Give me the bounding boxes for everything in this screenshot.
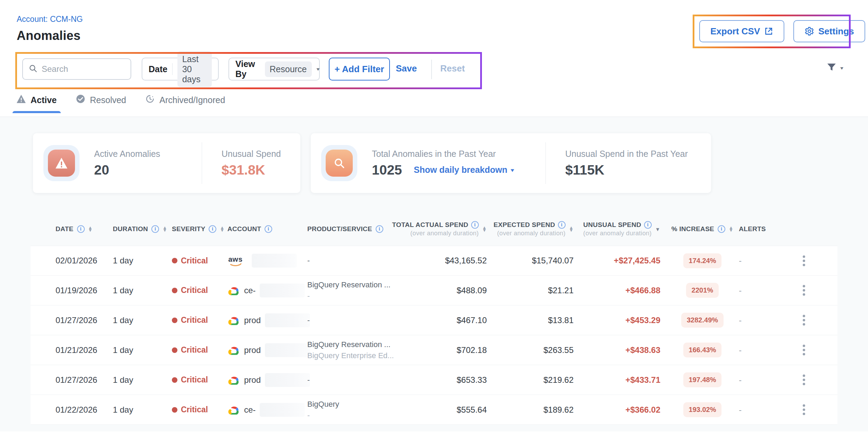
percent-increase-badge: 166.43%	[683, 343, 722, 357]
sort-icon[interactable]: ▲▼	[729, 226, 733, 232]
cell-percent-increase: 174.24%	[666, 253, 739, 268]
column-label: DATE	[56, 225, 74, 233]
row-menu-kebab-icon[interactable]	[800, 372, 808, 388]
info-icon[interactable]: i	[376, 225, 383, 233]
cell-unusual-spend: +$27,425.45	[579, 256, 666, 265]
active-anomalies-label: Active Anomalies	[94, 149, 202, 159]
show-daily-breakdown-link[interactable]: Show daily breakdown ▾	[414, 165, 514, 175]
info-icon[interactable]: i	[644, 221, 652, 229]
cell-row-menu	[774, 402, 837, 418]
column-subtitle: (over anomaly duration)	[583, 230, 652, 237]
cell-date: 01/27/2026	[31, 315, 113, 325]
row-menu-kebab-icon[interactable]	[800, 402, 808, 418]
table-row[interactable]: 01/22/2026 1 day Critical aws	[31, 395, 837, 425]
cell-account: aws prod	[227, 313, 307, 327]
column-header-expected-spend[interactable]: EXPECTED SPENDi (over anomaly duration) …	[492, 221, 579, 237]
tab-archived-ignored[interactable]: Archived/Ignored	[145, 94, 225, 113]
save-filter-link[interactable]: Save	[396, 63, 417, 74]
info-icon[interactable]: i	[209, 225, 216, 233]
redacted-account-name	[252, 254, 297, 268]
column-label: % INCREASE	[671, 225, 714, 233]
cell-product-service: BigQuery -	[307, 400, 426, 420]
total-anomalies-year-label: Total Anomalies in the Past Year	[372, 149, 545, 159]
cell-account: aws	[227, 254, 307, 268]
cell-severity: Critical	[172, 256, 227, 265]
table-row[interactable]: 01/21/2026 1 day Critical aws	[31, 335, 837, 365]
column-header-unusual-spend[interactable]: UNUSUAL SPENDi (over anomaly duration) ▼	[579, 221, 666, 237]
cell-severity: Critical	[172, 315, 227, 325]
gcp-logo-icon	[227, 375, 240, 385]
cell-alerts: -	[739, 345, 774, 355]
past-year-card: Total Anomalies in the Past Year 1025 Sh…	[311, 133, 711, 193]
column-header-actual-spend[interactable]: TOTAL ACTUAL SPENDi (over anomaly durati…	[426, 221, 492, 237]
sort-icon[interactable]: ▲▼	[162, 226, 167, 232]
cell-duration: 1 day	[113, 315, 172, 325]
sort-icon[interactable]: ▲▼	[569, 226, 574, 232]
cell-account: aws prod	[227, 373, 307, 387]
row-menu-kebab-icon[interactable]	[800, 312, 808, 328]
column-header-account[interactable]: ACCOUNT i	[227, 225, 307, 233]
sort-icon[interactable]: ▲▼	[482, 226, 487, 232]
view-by-value: Resource	[265, 61, 312, 77]
redacted-account-name	[265, 373, 310, 387]
warning-triangle-icon	[17, 95, 26, 105]
column-label: ALERTS	[739, 225, 766, 233]
filter-bar: Date Last 30 days View By Resource ▾ + A…	[0, 52, 868, 90]
redacted-account-name	[265, 343, 310, 357]
cell-actual-spend: $555.64	[426, 405, 492, 415]
cell-product-service: BigQuery Reservation ... BigQuery Enterp…	[307, 340, 426, 360]
column-label: PRODUCT/SERVICE	[307, 225, 372, 233]
row-menu-kebab-icon[interactable]	[800, 342, 808, 358]
gcp-logo-icon	[227, 285, 240, 296]
column-subtitle: (over anomaly duration)	[497, 230, 566, 237]
percent-increase-badge: 2201%	[686, 283, 719, 298]
info-icon[interactable]: i	[558, 221, 566, 229]
info-icon[interactable]: i	[77, 225, 85, 233]
cell-product-service: -	[307, 316, 426, 325]
cell-duration: 1 day	[113, 286, 172, 295]
tab-active[interactable]: Active	[17, 94, 57, 113]
date-filter-chip[interactable]: Date Last 30 days	[142, 58, 219, 81]
info-icon[interactable]: i	[151, 225, 159, 233]
cell-alerts: -	[739, 315, 774, 325]
view-by-dropdown[interactable]: View By Resource ▾	[228, 58, 320, 81]
cell-product-service: -	[307, 376, 426, 385]
export-csv-button[interactable]: Export CSV	[699, 20, 784, 42]
info-icon[interactable]: i	[718, 225, 725, 233]
info-icon[interactable]: i	[471, 221, 479, 229]
percent-increase-badge: 174.24%	[683, 253, 722, 268]
sort-icon[interactable]: ▲▼	[88, 226, 93, 232]
cell-expected-spend: $219.62	[492, 375, 579, 385]
anomaly-alert-icon	[48, 150, 75, 177]
cell-expected-spend: $15,740.07	[492, 256, 579, 265]
table-row[interactable]: 02/01/2026 1 day Critical aws	[31, 246, 837, 276]
column-label: TOTAL ACTUAL SPEND	[392, 221, 468, 229]
search-box[interactable]	[22, 58, 131, 80]
cell-alerts: -	[739, 286, 774, 295]
unusual-spend-value: $31.8K	[222, 162, 281, 178]
table-row[interactable]: 01/27/2026 1 day Critical aws	[31, 365, 837, 395]
cell-actual-spend: $653.33	[426, 375, 492, 385]
column-header-date[interactable]: DATE i ▲▼	[31, 225, 113, 233]
row-menu-kebab-icon[interactable]	[800, 282, 808, 298]
row-menu-kebab-icon[interactable]	[800, 253, 808, 269]
view-by-label: View By	[235, 59, 255, 79]
gcp-logo-icon	[227, 315, 240, 326]
tab-resolved[interactable]: Resolved	[76, 94, 126, 113]
date-filter-value: Last 30 days	[177, 51, 212, 87]
reset-filter-link[interactable]: Reset	[440, 63, 465, 74]
table-row[interactable]: 01/27/2026 1 day Critical aws	[31, 305, 837, 335]
sort-icon[interactable]: ▲▼	[220, 226, 224, 232]
filter-panel-toggle[interactable]: ▾	[826, 62, 843, 74]
search-input[interactable]	[42, 64, 122, 74]
column-header-increase[interactable]: % INCREASE i ▲▼	[666, 225, 739, 233]
percent-increase-badge: 193.02%	[683, 402, 722, 417]
table-row[interactable]: 01/19/2026 1 day Critical aws	[31, 276, 837, 305]
add-filter-button[interactable]: + Add Filter	[329, 58, 390, 81]
info-icon[interactable]: i	[265, 225, 272, 233]
settings-button[interactable]: Settings	[793, 20, 865, 42]
column-header-duration[interactable]: DURATION i ▲▼	[113, 225, 172, 233]
sort-descending-icon[interactable]: ▼	[655, 226, 660, 232]
column-header-severity[interactable]: SEVERITY i ▲▼	[172, 225, 227, 233]
breadcrumb-account-link[interactable]: Account: CCM-NG	[17, 15, 83, 24]
